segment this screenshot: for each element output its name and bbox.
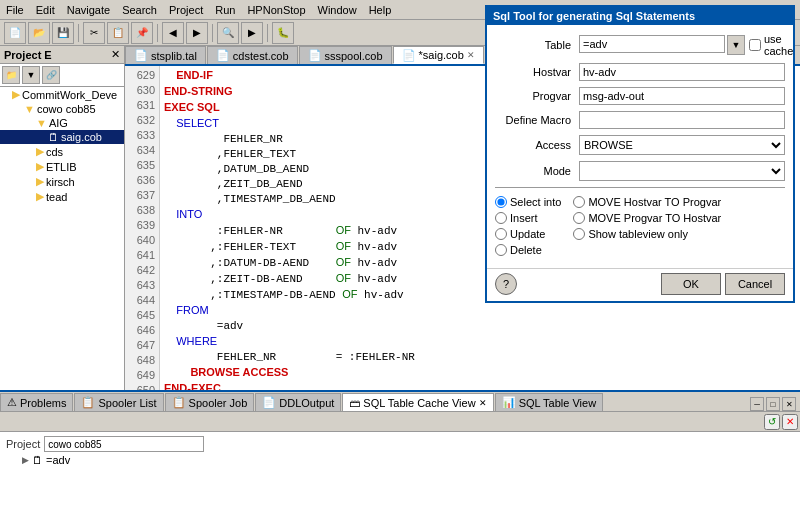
line-numbers: 629630631632633 634635636637638 63964064… (125, 66, 160, 390)
radio-move-hostvar-label: MOVE Hostvar TO Progvar (588, 196, 721, 208)
menu-edit[interactable]: Edit (30, 2, 61, 18)
tab-cache-close-icon[interactable]: ✕ (479, 398, 487, 408)
hostvar-input[interactable] (579, 63, 785, 81)
new-button[interactable]: 📄 (4, 22, 26, 44)
menu-hpnonstop[interactable]: HPNonStop (241, 2, 311, 18)
define-macro-input[interactable] (579, 111, 785, 129)
hostvar-label: Hostvar (495, 66, 575, 78)
sidebar-item-etlib[interactable]: ▶ ETLIB (0, 159, 124, 174)
sidebar-item-tead[interactable]: ▶ tead (0, 189, 124, 204)
tab-ssspool[interactable]: 📄 ssspool.cob (299, 46, 392, 64)
paste-button[interactable]: 📌 (131, 22, 153, 44)
sidebar-toolbar: 📁 ▼ 🔗 (0, 64, 124, 87)
panel-minimize-btn[interactable]: ─ (750, 397, 764, 411)
help-button[interactable]: ? (495, 273, 517, 295)
sidebar-item-cds[interactable]: ▶ cds (0, 144, 124, 159)
access-label: Access (495, 139, 575, 151)
back-button[interactable]: ◀ (162, 22, 184, 44)
sidebar-collapse-btn[interactable]: ▼ (22, 66, 40, 84)
debug-button[interactable]: 🐛 (272, 22, 294, 44)
menu-project[interactable]: Project (163, 2, 209, 18)
spooler-job-icon: 📋 (172, 396, 186, 409)
use-cache-checkbox[interactable] (749, 39, 761, 51)
radio-insert[interactable]: Insert (495, 212, 561, 224)
cut-button[interactable]: ✂ (83, 22, 105, 44)
search-button[interactable]: 🔍 (217, 22, 239, 44)
access-field-container: BROWSE (579, 135, 785, 155)
radio-move-progvar[interactable]: MOVE Progvar TO Hostvar (573, 212, 721, 224)
tab-ddloutput[interactable]: 📄 DDLOutput (255, 393, 341, 411)
radio-select-into-label: Select into (510, 196, 561, 208)
sql-cache-icon: 🗃 (349, 397, 360, 409)
sidebar-close-icon[interactable]: ✕ (111, 48, 120, 61)
menu-help[interactable]: Help (363, 2, 398, 18)
open-button[interactable]: 📂 (28, 22, 50, 44)
sidebar-new-btn[interactable]: 📁 (2, 66, 20, 84)
access-select[interactable]: BROWSE (579, 135, 785, 155)
bottom-content: Project ▶ 🗒 =adv (0, 432, 800, 520)
sidebar-item-commitwork[interactable]: ▶ CommitWork_Deve (0, 87, 124, 102)
radio-move-hostvar[interactable]: MOVE Hostvar TO Progvar (573, 196, 721, 208)
save-button[interactable]: 💾 (52, 22, 74, 44)
run-button[interactable]: ▶ (241, 22, 263, 44)
panel-maximize-btn[interactable]: □ (766, 397, 780, 411)
radio-move-progvar-input[interactable] (573, 212, 585, 224)
tab-sql-cache-view[interactable]: 🗃 SQL Table Cache View ✕ (342, 393, 493, 411)
radio-move-hostvar-input[interactable] (573, 196, 585, 208)
sidebar-item-saig[interactable]: 🗒 saig.cob (0, 130, 124, 144)
tab-spooler-list[interactable]: 📋 Spooler List (74, 393, 163, 411)
sidebar-item-label-2: cowo cob85 (37, 103, 96, 115)
tree-adv-row[interactable]: ▶ 🗒 =adv (6, 453, 794, 467)
menu-file[interactable]: File (0, 2, 30, 18)
tab-spooler-job[interactable]: 📋 Spooler Job (165, 393, 255, 411)
delete-btn[interactable]: ✕ (782, 414, 798, 430)
tab-close-icon[interactable]: ✕ (467, 50, 475, 60)
tab-problems[interactable]: ⚠ Problems (0, 393, 73, 411)
panel-close-btn[interactable]: ✕ (782, 397, 796, 411)
project-input[interactable] (44, 436, 204, 452)
expand-btn[interactable]: ▶ (22, 455, 29, 465)
radio-update-label: Update (510, 228, 545, 240)
tab-cdstest[interactable]: 📄 cdstest.cob (207, 46, 298, 64)
ok-button[interactable]: OK (661, 273, 721, 295)
tab-sql-table-label: SQL Table View (519, 397, 596, 409)
cancel-button[interactable]: Cancel (725, 273, 785, 295)
mode-row: Mode (495, 161, 785, 181)
radio-insert-input[interactable] (495, 212, 507, 224)
table-input[interactable] (579, 35, 725, 53)
sidebar-item-cowocob85[interactable]: ▼ cowo cob85 (0, 102, 124, 116)
tab-label-4: *saig.cob (419, 49, 464, 61)
ddloutput-icon: 📄 (262, 396, 276, 409)
copy-button[interactable]: 📋 (107, 22, 129, 44)
menu-window[interactable]: Window (312, 2, 363, 18)
radio-update[interactable]: Update (495, 228, 561, 240)
menu-run[interactable]: Run (209, 2, 241, 18)
tab-saig[interactable]: 📄 *saig.cob ✕ (393, 46, 484, 64)
sql-dialog: Sql Tool for generating Sql Statements T… (485, 5, 795, 303)
refresh-btn[interactable]: ↺ (764, 414, 780, 430)
file-icon-1: 🗒 (48, 131, 59, 143)
radio-move-progvar-label: MOVE Progvar TO Hostvar (588, 212, 721, 224)
radio-delete[interactable]: Delete (495, 244, 561, 256)
radio-select-into[interactable]: Select into (495, 196, 561, 208)
tab-sql-table-view[interactable]: 📊 SQL Table View (495, 393, 603, 411)
radio-show-tableview[interactable]: Show tableview only (573, 228, 721, 240)
sidebar-item-aig[interactable]: ▼ AIG (0, 116, 124, 130)
radio-update-input[interactable] (495, 228, 507, 240)
radio-select-into-input[interactable] (495, 196, 507, 208)
sidebar-item-kirsch[interactable]: ▶ kirsch (0, 174, 124, 189)
folder-icon-7: ▶ (36, 190, 44, 203)
tab-stsplib[interactable]: 📄 stsplib.tal (125, 46, 206, 64)
table-dropdown-btn[interactable]: ▼ (727, 35, 745, 55)
radio-show-tableview-input[interactable] (573, 228, 585, 240)
define-macro-label: Define Macro (495, 114, 575, 126)
menu-search[interactable]: Search (116, 2, 163, 18)
hostvar-row: Hostvar (495, 63, 785, 81)
progvar-input[interactable] (579, 87, 785, 105)
forward-button[interactable]: ▶ (186, 22, 208, 44)
mode-select[interactable] (579, 161, 785, 181)
sidebar-link-btn[interactable]: 🔗 (42, 66, 60, 84)
radio-show-tableview-label: Show tableview only (588, 228, 688, 240)
menu-navigate[interactable]: Navigate (61, 2, 116, 18)
radio-delete-input[interactable] (495, 244, 507, 256)
